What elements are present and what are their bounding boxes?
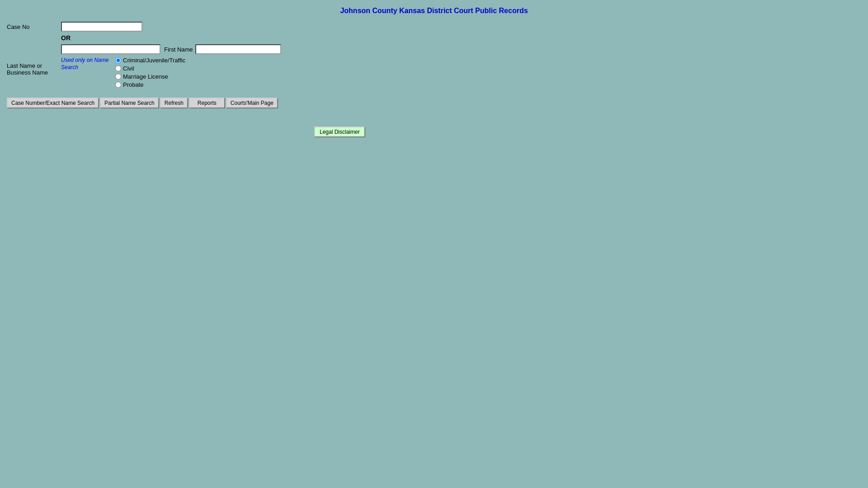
- radio-probate-label: Probate: [123, 81, 144, 88]
- last-name-input[interactable]: [61, 44, 160, 54]
- or-separator: OR: [61, 34, 861, 42]
- radio-civil[interactable]: [115, 66, 121, 71]
- action-buttons-row: Case Number/Exact Name Search Partial Na…: [7, 98, 861, 108]
- reports-button[interactable]: Reports: [189, 98, 225, 108]
- last-name-label: Last Name or Business Name: [7, 62, 61, 76]
- radio-marriage-label: Marriage License: [123, 73, 168, 80]
- used-only-label: Used only on Name Search: [61, 57, 111, 71]
- radio-criminal[interactable]: [115, 57, 121, 63]
- page-title: Johnson County Kansas District Court Pub…: [7, 7, 861, 15]
- case-search-button[interactable]: Case Number/Exact Name Search: [7, 98, 99, 108]
- first-name-label: First Name: [164, 46, 193, 53]
- case-no-label: Case No: [7, 23, 61, 30]
- partial-search-button[interactable]: Partial Name Search: [100, 98, 159, 108]
- legal-disclaimer-button[interactable]: Legal Disclaimer: [314, 127, 365, 137]
- refresh-button[interactable]: Refresh: [160, 98, 188, 108]
- radio-probate[interactable]: [115, 82, 121, 88]
- courts-main-button[interactable]: Courts'Main Page: [226, 98, 278, 108]
- case-no-input[interactable]: [61, 22, 142, 32]
- first-name-input[interactable]: [195, 44, 281, 54]
- radio-marriage[interactable]: [115, 74, 121, 80]
- radio-civil-label: Civil: [123, 65, 134, 72]
- radio-criminal-label: Criminal/Juvenile/Traffic: [123, 57, 185, 64]
